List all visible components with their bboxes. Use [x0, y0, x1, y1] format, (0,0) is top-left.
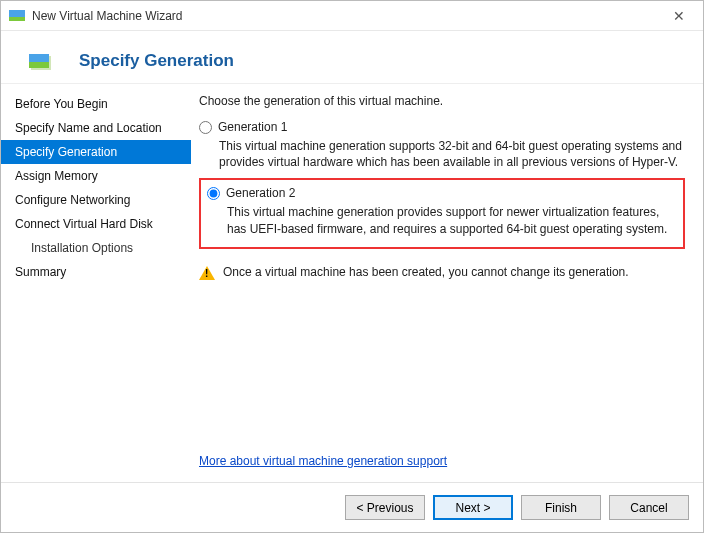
page-title: Specify Generation [79, 51, 234, 71]
finish-button[interactable]: Finish [521, 495, 601, 520]
next-button[interactable]: Next > [433, 495, 513, 520]
gen1-row[interactable]: Generation 1 [199, 120, 685, 134]
window-title: New Virtual Machine Wizard [32, 9, 663, 23]
more-link[interactable]: More about virtual machine generation su… [199, 454, 685, 468]
step-summary[interactable]: Summary [1, 260, 191, 284]
option-gen2: Generation 2 This virtual machine genera… [199, 178, 685, 248]
cancel-button[interactable]: Cancel [609, 495, 689, 520]
wizard-header: Specify Generation [1, 31, 703, 83]
warning-text: Once a virtual machine has been created,… [223, 265, 629, 279]
step-installation-options[interactable]: Installation Options [1, 236, 191, 260]
warning-row: Once a virtual machine has been created,… [199, 265, 685, 280]
wizard-body: Before You Begin Specify Name and Locati… [1, 83, 703, 482]
step-assign-memory[interactable]: Assign Memory [1, 164, 191, 188]
option-gen1: Generation 1 This virtual machine genera… [199, 120, 685, 170]
titlebar: New Virtual Machine Wizard ✕ [1, 1, 703, 31]
header-icon [29, 54, 49, 68]
intro-text: Choose the generation of this virtual ma… [199, 94, 685, 108]
wizard-window: New Virtual Machine Wizard ✕ Specify Gen… [0, 0, 704, 533]
warning-icon [199, 266, 215, 280]
step-connect-vhd[interactable]: Connect Virtual Hard Disk [1, 212, 191, 236]
gen2-label: Generation 2 [226, 186, 295, 200]
app-icon [9, 10, 25, 21]
wizard-content: Choose the generation of this virtual ma… [191, 84, 703, 482]
gen1-desc: This virtual machine generation supports… [219, 138, 685, 170]
wizard-footer: < Previous Next > Finish Cancel [1, 482, 703, 532]
gen2-row[interactable]: Generation 2 [207, 186, 675, 200]
step-before-you-begin[interactable]: Before You Begin [1, 92, 191, 116]
gen1-label: Generation 1 [218, 120, 287, 134]
gen1-radio[interactable] [199, 121, 212, 134]
step-specify-name[interactable]: Specify Name and Location [1, 116, 191, 140]
gen2-radio[interactable] [207, 187, 220, 200]
step-specify-generation[interactable]: Specify Generation [1, 140, 191, 164]
step-configure-networking[interactable]: Configure Networking [1, 188, 191, 212]
close-icon[interactable]: ✕ [663, 4, 695, 28]
gen2-desc: This virtual machine generation provides… [227, 204, 675, 236]
wizard-steps: Before You Begin Specify Name and Locati… [1, 84, 191, 482]
previous-button[interactable]: < Previous [345, 495, 425, 520]
